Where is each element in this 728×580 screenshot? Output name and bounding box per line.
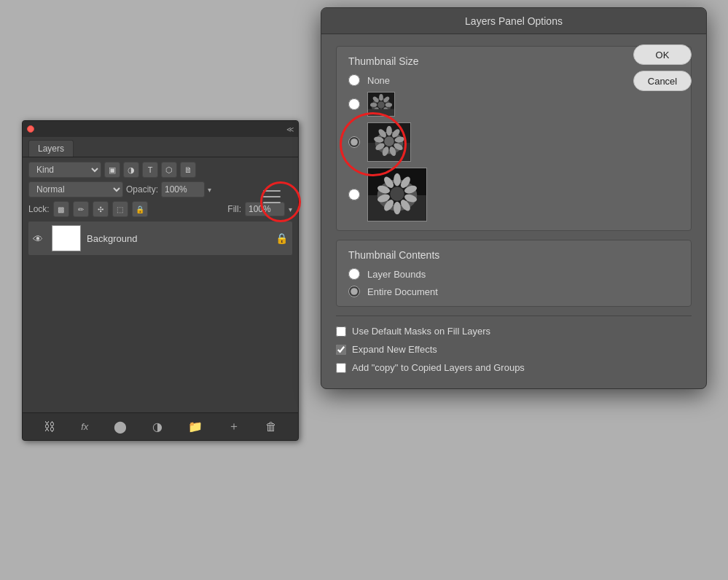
thumb-large-option [348,168,679,222]
thumb-none-label: None [367,75,390,86]
expand-new-effects-label: Expand New Effects [352,344,437,355]
layer-bounds-label: Layer Bounds [367,269,426,280]
thumbnail-contents-options: Layer Bounds Entire Document [348,268,679,297]
svg-point-10 [370,103,377,107]
thumbnail-size-title: Thumbnail Size [348,55,679,67]
dialog-buttons: OK Cancel [633,44,692,91]
add-copy-row: Add "copy" to Copied Layers and Groups [336,358,692,377]
close-button[interactable] [27,125,34,133]
opacity-dropdown-arrow[interactable]: ▾ [208,186,211,194]
layer-item[interactable]: 👁 Background 🔒 [28,222,292,255]
layers-panel-options-dialog: Layers Panel Options OK Cancel Thumbnail… [321,7,707,389]
thumb-medium-option [348,122,679,162]
kind-row: Kind ▣ ◑ T ⬡ 🗎 [28,162,292,178]
lock-artboard-icon[interactable]: ⬚ [112,201,128,217]
lock-move-icon[interactable]: ✣ [93,201,109,217]
use-default-masks-label: Use Default Masks on Fill Layers [352,326,490,337]
smart-filter-icon[interactable]: 🗎 [180,162,196,178]
kind-select[interactable]: Kind [28,162,101,178]
layers-title-bar: ≪ [23,121,298,137]
entire-document-radio[interactable] [348,286,360,297]
thumb-none-radio[interactable] [348,74,360,86]
svg-point-6 [385,103,392,107]
fill-input[interactable] [245,202,285,216]
thumbnail-contents-section: Thumbnail Contents Layer Bounds Entire D… [336,240,692,307]
dialog-titlebar: Layers Panel Options [321,8,706,34]
panel-menu-icon[interactable] [263,190,281,203]
layers-tab-bar: Layers [23,137,298,157]
thumb-none-option: None [348,74,679,86]
thumb-medium-wrapper [348,122,679,162]
text-filter-icon[interactable]: T [142,162,158,178]
expand-new-effects-checkbox[interactable] [336,345,346,355]
layers-tab[interactable]: Layers [28,140,74,157]
svg-point-4 [379,94,383,101]
lock-row: Lock: ▩ ✏ ✣ ⬚ 🔒 Fill: ▾ [28,201,292,217]
thumb-small-image [367,92,395,117]
lock-all-icon[interactable]: 🔒 [132,201,148,217]
layers-content: Kind ▣ ◑ T ⬡ 🗎 Normal Opacity: ▾ Lock: ▩… [23,157,298,261]
svg-point-18 [386,126,392,136]
ok-button[interactable]: OK [633,44,692,65]
blend-mode-select[interactable]: Normal [28,181,123,197]
adjust-filter-icon[interactable]: ◑ [123,162,139,178]
thumb-medium-image [367,122,411,162]
new-layer-icon[interactable]: ＋ [228,419,240,434]
delete-layer-icon[interactable]: 🗑 [265,420,277,434]
pixel-filter-icon[interactable]: ▣ [104,162,120,178]
visibility-eye-icon[interactable]: 👁 [33,233,46,243]
thumb-medium-svg [368,123,410,161]
layer-lock-icon: 🔒 [275,232,288,244]
add-copy-label: Add "copy" to Copied Layers and Groups [352,362,525,373]
lock-paint-icon[interactable]: ✏ [73,201,89,217]
dialog-title: Layers Panel Options [465,15,563,27]
use-default-masks-row: Use Default Masks on Fill Layers [336,322,692,340]
fill-dropdown-arrow[interactable]: ▾ [289,205,292,213]
thumb-medium-radio[interactable] [348,136,360,148]
layer-bounds-radio[interactable] [348,268,360,280]
thumb-small-radio[interactable] [348,98,360,110]
layers-panel: ≪ Layers Kind ▣ ◑ T ⬡ 🗎 [22,120,299,441]
use-default-masks-checkbox[interactable] [336,326,346,337]
fill-label: Fill: [227,204,241,214]
thumb-small-svg [368,93,394,116]
link-icon[interactable]: ⛓ [44,420,55,434]
checkbox-divider [336,316,692,316]
thumb-large-svg [368,168,426,221]
svg-point-17 [384,136,394,146]
layer-bounds-option: Layer Bounds [348,268,679,280]
expand-new-effects-row: Expand New Effects [336,340,692,358]
panel-menu-button[interactable]: ≪ [286,125,294,133]
svg-point-31 [390,187,404,200]
thumb-large-image [367,168,427,222]
chevron-left-icon: ≪ [286,125,294,133]
svg-point-37 [394,202,401,215]
layer-thumbnail [52,225,81,251]
folder-icon[interactable]: 📁 [188,420,203,434]
svg-point-32 [394,173,401,187]
opacity-label: Opacity: [126,184,158,195]
adjustment-icon[interactable]: ◑ [152,420,163,434]
mask-icon[interactable]: ⬤ [114,420,127,434]
svg-rect-12 [368,109,394,116]
lock-label: Lock: [28,204,50,214]
layers-toolbar: ⛓ fx ⬤ ◑ 📁 ＋ 🗑 [23,412,298,440]
entire-document-label: Entire Document [367,286,438,297]
thumb-small-option [348,92,679,117]
svg-point-3 [377,101,384,108]
opacity-input[interactable] [161,181,205,197]
thumbnail-size-options: None [348,74,679,222]
entire-document-option: Entire Document [348,286,679,297]
layer-name-label: Background [87,233,270,244]
shape-filter-icon[interactable]: ⬡ [161,162,177,178]
fx-icon[interactable]: fx [81,421,88,432]
cancel-button[interactable]: Cancel [633,71,692,91]
normal-row: Normal Opacity: ▾ [28,181,292,197]
add-copy-checkbox[interactable] [336,363,346,373]
lock-pixel-icon[interactable]: ▩ [53,201,69,217]
thumb-large-radio[interactable] [348,189,360,200]
thumbnail-contents-title: Thumbnail Contents [348,249,679,261]
